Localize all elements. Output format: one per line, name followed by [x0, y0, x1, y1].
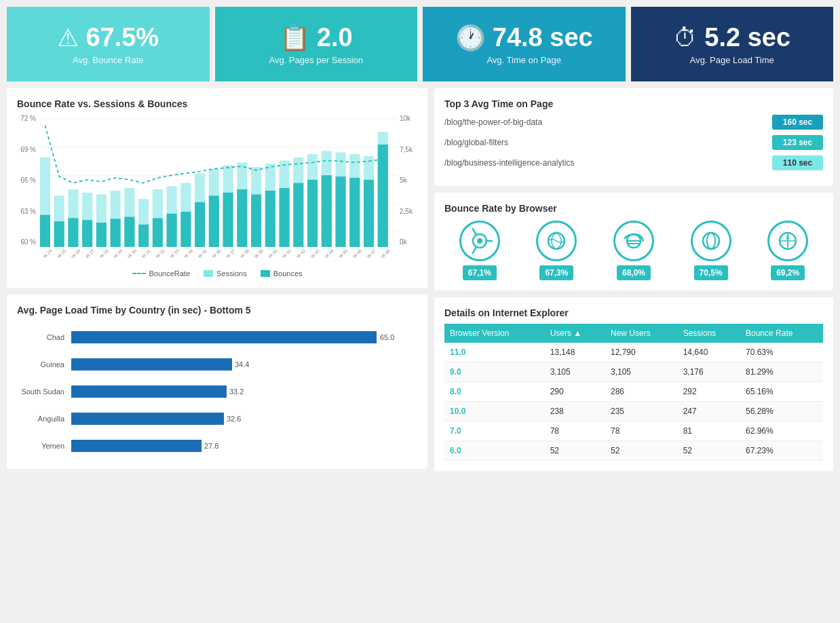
svg-text:W 38: W 38: [240, 248, 250, 259]
ie-rate: 68,0%: [617, 265, 651, 280]
opera-icon: [698, 228, 724, 254]
svg-text:W 31: W 31: [140, 248, 151, 259]
svg-text:W 28: W 28: [98, 248, 109, 259]
bounce-11: 70.63%: [740, 343, 823, 362]
version-11[interactable]: 11.0: [444, 343, 545, 362]
bounce-rate-label: Avg. Bounce Rate: [73, 55, 144, 65]
svg-text:W 39: W 39: [253, 248, 264, 259]
pages-session-label: Avg. Pages per Session: [269, 55, 363, 65]
kpi-bounce-rate: ⚠ 67.5% Avg. Bounce Rate: [7, 7, 210, 81]
users-9: 3,105: [545, 362, 605, 382]
legend-sessions: Sessions: [204, 269, 247, 278]
svg-text:Chad: Chad: [47, 333, 64, 341]
th-sessions: Sessions: [678, 324, 740, 343]
svg-text:W 47: W 47: [366, 248, 377, 259]
main-content: Bounce Rate vs. Sessions & Bounces 72 % …: [7, 88, 833, 471]
svg-text:W 26: W 26: [71, 248, 81, 259]
dashboard: ⚠ 67.5% Avg. Bounce Rate 📋 2.0 Avg. Page…: [0, 0, 840, 623]
version-7[interactable]: 7.0: [444, 421, 545, 441]
bounce-rate-value: 67.5%: [85, 23, 159, 52]
chrome-icon: [467, 228, 493, 254]
svg-text:W 37: W 37: [225, 248, 236, 259]
svg-point-104: [703, 233, 719, 249]
top3-title: Top 3 Avg Time on Page: [444, 98, 823, 109]
page-load-country-card: Avg. Page Load Time by Country (in sec) …: [7, 295, 427, 469]
table-row: 8.0 290 286 292 65.16%: [444, 382, 823, 402]
safari-icon-circle: [767, 221, 808, 261]
bounce-chart-svg-wrap: W 24 W 25 W 26 W 27 W 28 W 29 W 30 W 31 …: [39, 115, 397, 266]
kpi-pages-session: 📋 2.0 Avg. Pages per Session: [215, 7, 418, 81]
svg-text:Anguilla: Anguilla: [38, 415, 65, 423]
time-on-page-value: 74.8 sec: [493, 23, 593, 52]
browser-title: Bounce Rate by Browser: [444, 203, 823, 214]
legend-sessions-icon: [204, 270, 213, 277]
bounce-10: 56.28%: [740, 402, 823, 421]
firefox-icon: [543, 228, 569, 254]
version-9[interactable]: 9.0: [444, 362, 545, 382]
country-bar-chart: Chad 65.0 Guinea 34.4 South Sudan 33.2 A…: [17, 321, 417, 457]
stopwatch-icon: ⏱: [673, 24, 698, 52]
svg-rect-39: [167, 214, 177, 247]
time-on-page-label: Avg. Time on Page: [486, 55, 561, 65]
bounce-rate-svg: W 24 W 25 W 26 W 27 W 28 W 29 W 30 W 31 …: [39, 115, 397, 264]
table-row: 11.0 13,148 12,790 14,640 70.63%: [444, 343, 823, 362]
svg-text:W 32: W 32: [155, 248, 166, 259]
ie-details-table: Browser Version Users ▲ New Users Sessio…: [444, 324, 823, 461]
top3-row-1: /blog/the-power-of-big-data 160 sec: [444, 115, 823, 130]
svg-rect-81: [71, 331, 377, 343]
top3-rows: /blog/the-power-of-big-data 160 sec /blo…: [444, 115, 823, 170]
sessions-6: 52: [678, 441, 740, 461]
bounce-chart-title: Bounce Rate vs. Sessions & Bounces: [17, 98, 417, 109]
svg-rect-45: [251, 195, 261, 247]
safari-icon: [775, 228, 801, 254]
browser-ie: 68,0%: [613, 221, 654, 280]
chrome-rate: 67,1%: [463, 265, 497, 280]
th-browser-version: Browser Version: [444, 324, 545, 343]
svg-text:34.4: 34.4: [235, 360, 249, 369]
svg-point-105: [707, 233, 715, 249]
version-10[interactable]: 10.0: [444, 402, 545, 421]
top3-badge-2: 123 sec: [772, 135, 823, 150]
svg-rect-38: [153, 218, 163, 246]
users-10: 238: [545, 402, 605, 421]
sessions-11: 14,640: [678, 343, 740, 362]
new-users-9: 3,105: [605, 362, 678, 382]
bounce-9: 81.29%: [740, 362, 823, 382]
top3-card: Top 3 Avg Time on Page /blog/the-power-o…: [434, 88, 833, 186]
chrome-icon-circle: [459, 221, 500, 261]
ie-icon-circle: [613, 221, 654, 261]
svg-rect-84: [71, 358, 232, 371]
browser-firefox: 67,3%: [536, 221, 577, 280]
svg-text:27.8: 27.8: [204, 442, 218, 450]
svg-text:W 45: W 45: [338, 248, 349, 259]
legend-bounce-rate: BounceRate: [132, 269, 191, 278]
page-load-label: Avg. Page Load Time: [690, 55, 774, 65]
table-row: 10.0 238 235 247 56.28%: [444, 402, 823, 421]
opera-rate: 70,5%: [694, 265, 728, 280]
page-load-title: Avg. Page Load Time by Country (in sec) …: [17, 305, 417, 316]
version-6[interactable]: 6.0: [444, 441, 545, 461]
table-row: 9.0 3,105 3,105 3,176 81.29%: [444, 362, 823, 382]
th-users: Users ▲: [545, 324, 605, 343]
svg-rect-42: [209, 195, 219, 246]
y-axis-right: 10k 7,5k 5k 2,5k 0k: [397, 115, 417, 266]
right-column: Top 3 Avg Time on Page /blog/the-power-o…: [434, 88, 833, 471]
kpi-row: ⚠ 67.5% Avg. Bounce Rate 📋 2.0 Avg. Page…: [7, 7, 833, 81]
top3-url-3: /blog/business-intelligence-analytics: [444, 158, 574, 168]
firefox-icon-circle: [536, 221, 577, 261]
svg-text:W 35: W 35: [197, 248, 208, 259]
svg-rect-36: [124, 217, 134, 247]
svg-text:Guinea: Guinea: [41, 360, 65, 369]
bounce-6: 67.23%: [740, 441, 823, 461]
new-users-11: 12,790: [605, 343, 678, 362]
sessions-7: 81: [678, 421, 740, 441]
browser-chrome: 67,1%: [459, 221, 500, 280]
svg-line-98: [472, 228, 476, 235]
svg-rect-32: [68, 218, 78, 246]
svg-text:W 34: W 34: [183, 248, 194, 259]
new-users-6: 52: [605, 441, 678, 461]
version-8[interactable]: 8.0: [444, 382, 545, 402]
chart-legend: BounceRate Sessions Bounces: [17, 269, 417, 278]
svg-point-96: [477, 238, 482, 244]
svg-text:W 40: W 40: [267, 248, 278, 259]
